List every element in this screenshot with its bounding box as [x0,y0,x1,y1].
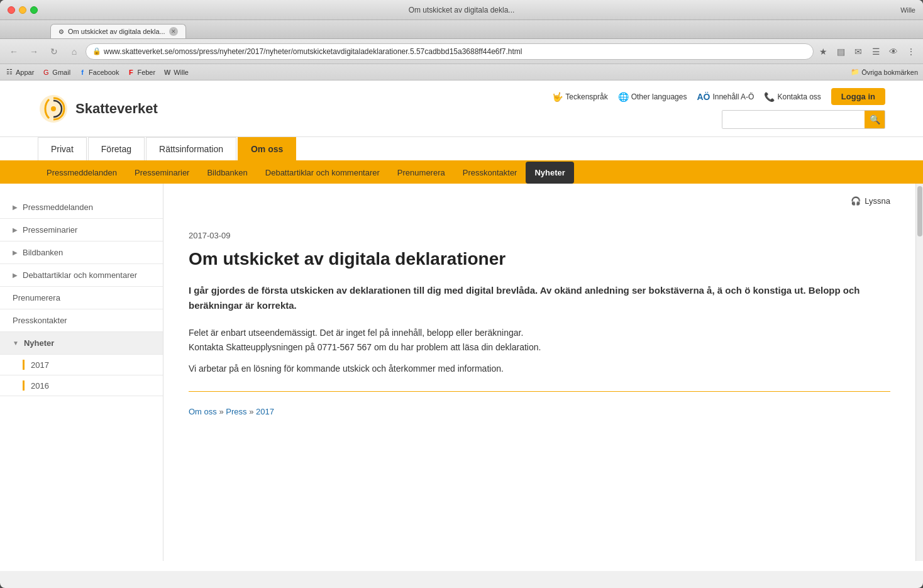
tab-close-button[interactable]: ✕ [169,27,178,36]
traffic-lights [8,6,38,14]
subnav-bildbanken[interactable]: Bildbanken [198,162,256,184]
breadcrumb-om-oss[interactable]: Om oss [189,407,217,416]
phone-icon: 📞 [764,92,775,102]
sub-navigation: Pressmeddelanden Presseminarier Bildbank… [0,162,923,184]
site-logo[interactable]: Skatteverket [38,93,158,125]
share-icon[interactable]: ▤ [834,45,848,58]
search-input[interactable] [722,111,865,128]
layers-icon[interactable]: ☰ [869,45,883,58]
sidebar-item-nyheter[interactable]: ▼ Nyheter [0,332,163,355]
active-tab[interactable]: ⚙ Om utskicket av digitala dekla... ✕ [50,24,186,38]
accent-bar [23,360,25,370]
bookmark-icon[interactable]: ★ [816,45,830,58]
site-header: Skatteverket 🤟 Teckenspråk 🌐 Other langu… [0,80,923,137]
bookmark-appar[interactable]: ☷ Appar [5,68,34,77]
subnav-presseminarier[interactable]: Presseminarier [126,162,198,184]
nav-rattsinformation[interactable]: Rättsinformation [146,137,236,160]
apps-icon: ☷ [5,68,14,77]
article-body-1: Felet är enbart utseendemässigt. Det är … [189,326,890,354]
main-content: 🎧 Lyssna 2017-03-09 Om utskicket av digi… [163,184,915,561]
subnav-presskontakter[interactable]: Presskontakter [454,162,526,184]
logo-text: Skatteverket [75,101,158,117]
arrow-down-icon: ▼ [13,340,19,347]
bookmarks-bar: ☷ Appar G Gmail f Facebook F Feber W Wil… [0,64,923,80]
title-bar: Om utskicket av digitala dekla... Wille [0,0,923,20]
breadcrumb-2017[interactable]: 2017 [256,407,274,416]
breadcrumb-press[interactable]: Press [226,407,246,416]
bookmark-feber[interactable]: F Feber [126,68,155,77]
subnav-prenumerera[interactable]: Prenumerera [389,162,454,184]
nav-privat[interactable]: Privat [38,137,87,160]
subnav-pressmeddelanden[interactable]: Pressmeddelanden [38,162,126,184]
breadcrumb-separator-1: » [219,407,223,416]
search-bar: 🔍 [722,110,885,129]
login-button[interactable]: Logga in [831,88,885,105]
home-button[interactable]: ⌂ [65,43,83,60]
article-date: 2017-03-09 [189,231,890,240]
bookmark-gmail[interactable]: G Gmail [41,68,70,77]
article-body-1-text: Felet är enbart utseendemässigt. Det är … [189,328,541,352]
title-bar-center: Om utskicket av digitala dekla... [409,6,515,14]
scrollbar[interactable] [915,184,923,561]
listen-button[interactable]: 🎧 Lyssna [851,196,890,206]
url-display: www.skatteverket.se/omoss/press/nyheter/… [104,47,522,56]
nav-om-oss[interactable]: Om oss [238,137,296,160]
window-user: Wille [900,6,915,14]
header-right: 🤟 Teckenspråk 🌐 Other languages AÖ Inneh… [552,88,885,129]
eye-icon[interactable]: 👁 [887,45,900,58]
kontakta-link[interactable]: 📞 Kontakta oss [764,92,821,102]
az-icon: AÖ [697,92,710,102]
sidebar-item-presseminarier[interactable]: ▶ Presseminarier [0,219,163,241]
nav-foretag[interactable]: Företag [88,137,145,160]
scrollbar-thumb[interactable] [917,186,922,236]
accent-bar [23,380,25,391]
section-divider [189,391,890,392]
back-button[interactable]: ← [5,43,23,60]
teckensprak-link[interactable]: 🤟 Teckenspråk [552,92,607,102]
headphones-icon: 🎧 [851,196,861,206]
arrow-icon: ▶ [13,272,18,279]
tab-title: Om utskicket av digitala dekla... [68,28,165,35]
content-area: ▶ Pressmeddelanden ▶ Presseminarier ▶ Bi… [0,184,923,561]
svg-point-1 [51,106,56,111]
wille-icon: W [163,68,172,77]
hands-icon: 🤟 [552,92,563,102]
search-button[interactable]: 🔍 [865,111,885,128]
other-languages-link[interactable]: 🌐 Other languages [618,92,687,102]
website-content: Skatteverket 🤟 Teckenspråk 🌐 Other langu… [0,80,923,571]
minimize-button[interactable] [19,6,26,14]
arrow-icon: ▶ [13,204,18,211]
more-icon[interactable]: ⋮ [904,45,918,58]
gmail-icon: G [41,68,50,77]
address-bar[interactable]: 🔒 www.skatteverket.se/omoss/press/nyhete… [86,43,814,60]
facebook-icon: f [78,68,87,77]
arrow-icon: ▶ [13,249,18,256]
browser-window: Om utskicket av digitala dekla... Wille … [0,0,923,588]
sidebar-subitem-2017[interactable]: 2017 [0,355,163,375]
sidebar-item-pressmeddelanden[interactable]: ▶ Pressmeddelanden [0,196,163,219]
maximize-button[interactable] [30,6,38,14]
forward-button[interactable]: → [25,43,43,60]
refresh-button[interactable]: ↻ [45,43,63,60]
mail-icon[interactable]: ✉ [851,45,865,58]
close-button[interactable] [8,6,15,14]
breadcrumb-separator-2: » [249,407,253,416]
header-top-links: 🤟 Teckenspråk 🌐 Other languages AÖ Inneh… [552,88,885,105]
skatteverket-logo-icon [38,93,69,125]
sidebar-item-debattartiklar[interactable]: ▶ Debattartiklar och kommentarer [0,264,163,287]
sidebar-item-prenumerera[interactable]: Prenumerera [0,287,163,309]
bookmark-facebook[interactable]: f Facebook [78,68,119,77]
tab-bar: ⚙ Om utskicket av digitala dekla... ✕ [0,20,923,39]
main-navigation: Privat Företag Rättsinformation Om oss [0,137,923,162]
bookmark-wille[interactable]: W Wille [163,68,189,77]
article-body-2: Vi arbetar på en lösning för kommande ut… [189,362,890,375]
other-bookmarks[interactable]: 📁 Övriga bokmärken [851,68,918,76]
globe-icon: 🌐 [618,92,629,102]
sidebar-item-bildbanken[interactable]: ▶ Bildbanken [0,241,163,264]
toolbar-icons: ★ ▤ ✉ ☰ 👁 ⋮ [816,45,918,58]
innehall-link[interactable]: AÖ Innehåll A-Ö [697,92,754,102]
sidebar-item-presskontakter[interactable]: Presskontakter [0,309,163,332]
subnav-nyheter[interactable]: Nyheter [526,162,573,184]
subnav-debattartiklar[interactable]: Debattartiklar och kommentarer [257,162,389,184]
sidebar-subitem-2016[interactable]: 2016 [0,375,163,396]
